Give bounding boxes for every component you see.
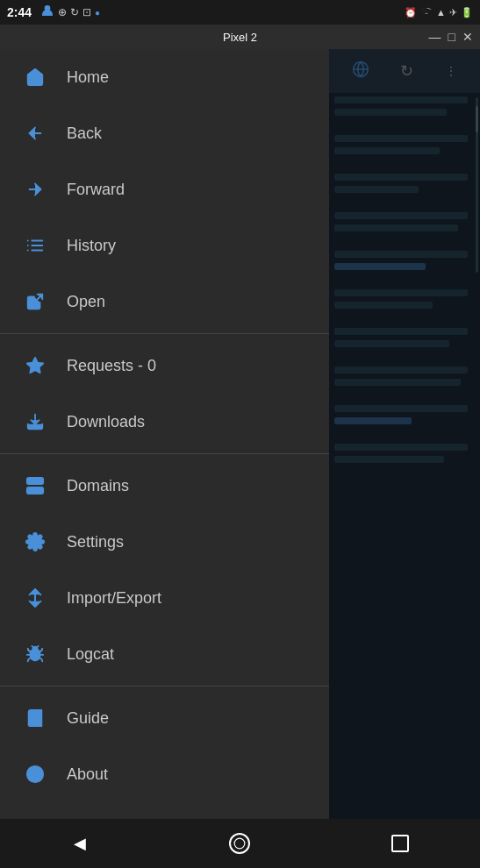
title-bar: Pixel 2 — □ ✕ — [0, 25, 480, 49]
menu-item-logcat[interactable]: Logcat — [0, 626, 329, 682]
transfer-icon — [18, 588, 53, 608]
status-dot: ● — [95, 8, 100, 18]
server-icon — [18, 476, 53, 495]
menu-item-guide[interactable]: Guide — [0, 690, 329, 746]
divider-3 — [0, 686, 329, 687]
signal-icon: ▲ — [436, 7, 446, 18]
arrow-right-icon — [18, 180, 53, 199]
list-icon — [18, 236, 53, 255]
menu-item-home[interactable]: Home — [0, 49, 329, 105]
wifi-icon — [420, 5, 433, 19]
menu-label-forward: Forward — [67, 181, 125, 199]
svg-rect-14 — [27, 478, 43, 484]
menu-item-domains[interactable]: Domains — [0, 458, 329, 514]
battery-icon: 🔋 — [461, 7, 473, 18]
menu-label-history: History — [67, 237, 116, 255]
download-icon — [18, 412, 53, 431]
star-icon — [18, 356, 53, 375]
arrow-left-icon — [18, 124, 53, 143]
window-title: Pixel 2 — [223, 31, 257, 44]
info-icon — [18, 765, 53, 784]
svg-point-24 — [235, 838, 246, 849]
nav-recents-icon — [391, 835, 409, 852]
divider-2 — [0, 453, 329, 454]
status-icon-3: ⊡ — [82, 6, 91, 18]
status-icon-2: ↻ — [70, 6, 79, 18]
app-icon — [40, 4, 54, 21]
close-button[interactable]: ✕ — [462, 30, 473, 44]
menu-label-guide: Guide — [67, 709, 109, 728]
maximize-button[interactable]: □ — [448, 30, 455, 44]
title-bar-controls: — □ ✕ — [429, 30, 473, 44]
minimize-button[interactable]: — — [429, 30, 441, 44]
svg-rect-15 — [27, 487, 43, 494]
nav-bar: ◀ — [0, 819, 480, 868]
menu-label-logcat: Logcat — [67, 645, 114, 664]
menu-label-requests: Requests - 0 — [67, 357, 156, 375]
menu-item-open[interactable]: Open — [0, 274, 329, 330]
menu-label-downloads: Downloads — [67, 413, 145, 431]
book-icon — [18, 708, 53, 728]
divider-1 — [0, 333, 329, 334]
menu-label-open: Open — [67, 293, 105, 311]
gear-icon — [18, 532, 53, 551]
menu-item-about[interactable]: About — [0, 746, 329, 802]
menu-item-requests[interactable]: Requests - 0 — [0, 338, 329, 394]
nav-home-icon — [229, 833, 250, 854]
nav-back-icon: ◀ — [74, 834, 86, 853]
menu-item-back[interactable]: Back — [0, 105, 329, 161]
status-icon-1: ⊕ — [58, 6, 67, 18]
main-area: ↻ ⋮ — [0, 49, 480, 868]
nav-back-button[interactable]: ◀ — [54, 826, 106, 861]
menu-item-settings[interactable]: Settings — [0, 514, 329, 570]
menu-item-history[interactable]: History — [0, 217, 329, 274]
status-left: 2:44 ⊕ ↻ ⊡ ● — [7, 4, 100, 21]
menu-item-downloads[interactable]: Downloads — [0, 394, 329, 450]
menu-item-forward[interactable]: Forward — [0, 161, 329, 217]
status-right: ⏰ ▲ ✈ 🔋 — [405, 5, 473, 19]
menu-label-back: Back — [67, 125, 102, 143]
menu-label-domains: Domains — [67, 477, 129, 495]
nav-recents-button[interactable] — [374, 826, 426, 861]
drawer: Home Back Forward History — [0, 49, 329, 868]
menu-label-settings: Settings — [67, 533, 124, 551]
drawer-overlay[interactable] — [329, 49, 480, 868]
bug-icon — [18, 644, 53, 664]
home-icon — [18, 68, 53, 87]
alarm-icon: ⏰ — [405, 7, 417, 18]
status-time: 2:44 — [7, 5, 32, 19]
menu-label-about: About — [67, 765, 108, 784]
status-bar: 2:44 ⊕ ↻ ⊡ ● ⏰ ▲ ✈ 🔋 — [0, 0, 480, 25]
svg-marker-12 — [27, 358, 43, 373]
nav-home-button[interactable] — [213, 826, 266, 861]
open-tab-icon — [18, 292, 53, 311]
menu-item-importexport[interactable]: Import/Export — [0, 570, 329, 626]
menu-label-home: Home — [67, 68, 109, 87]
menu-label-importexport: Import/Export — [67, 589, 161, 608]
airplane-icon: ✈ — [449, 7, 457, 18]
